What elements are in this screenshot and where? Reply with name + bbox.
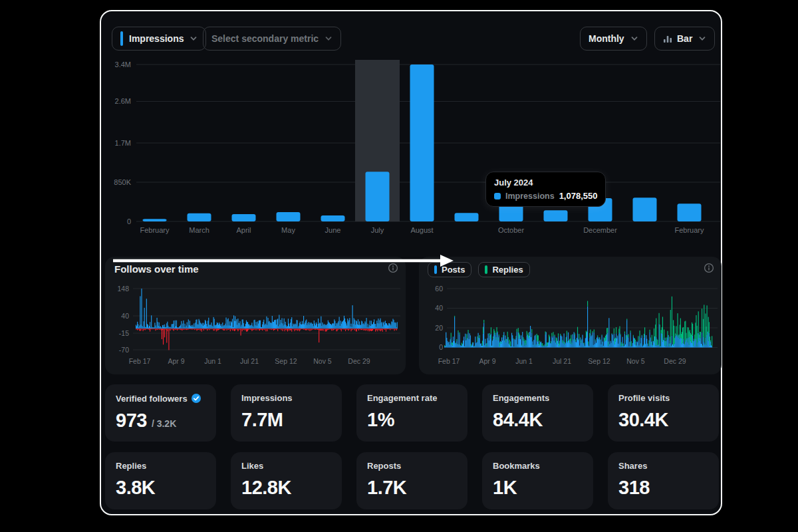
- svg-text:May: May: [281, 226, 295, 234]
- stat-card-replies: Replies3.8K: [105, 452, 216, 509]
- stat-label: Verified followers: [116, 394, 188, 404]
- primary-metric-label: Impressions: [129, 33, 184, 44]
- svg-text:Jul 21: Jul 21: [553, 357, 571, 365]
- stat-card-bookmarks: Bookmarks1K: [482, 452, 593, 509]
- svg-text:October: October: [498, 226, 524, 234]
- svg-text:February: February: [140, 226, 170, 234]
- svg-text:-70: -70: [119, 346, 129, 354]
- secondary-metric-selector[interactable]: Select secondary metric: [203, 27, 341, 51]
- stat-value: 1.7K: [367, 477, 406, 499]
- info-icon[interactable]: [704, 263, 714, 273]
- chevron-down-icon: [630, 35, 638, 43]
- secondary-metric-placeholder: Select secondary metric: [211, 33, 319, 44]
- stat-value: 30.4K: [618, 409, 668, 431]
- svg-text:40: 40: [435, 304, 443, 312]
- svg-text:April: April: [236, 226, 251, 234]
- svg-text:Jul 21: Jul 21: [240, 357, 259, 365]
- svg-text:148: 148: [117, 285, 129, 293]
- svg-text:3.4M: 3.4M: [115, 61, 131, 68]
- stat-value: 1%: [367, 409, 394, 431]
- chevron-down-icon: [190, 35, 198, 43]
- analytics-panel: Impressions Select secondary metric Mont…: [100, 10, 722, 515]
- stat-label: Engagement rate: [367, 393, 437, 403]
- legend: Posts Replies: [428, 262, 530, 277]
- svg-text:Feb 17: Feb 17: [438, 357, 460, 365]
- svg-text:40: 40: [121, 312, 129, 320]
- svg-text:December: December: [583, 226, 617, 234]
- tooltip-value: 1,078,550: [559, 191, 598, 201]
- info-icon[interactable]: [388, 263, 398, 273]
- legend-chip-replies[interactable]: Replies: [478, 262, 529, 277]
- stat-suffix: / 3.2K: [152, 418, 176, 429]
- stat-value: 12.8K: [241, 477, 291, 499]
- stat-value: 318: [618, 477, 650, 499]
- stat-value: 7.7M: [241, 409, 283, 431]
- chart-type-label: Bar: [677, 33, 692, 44]
- stat-label: Shares: [618, 461, 647, 471]
- stat-card-engagements: Engagements84.4K: [482, 384, 593, 442]
- svg-text:Jun 1: Jun 1: [204, 357, 221, 365]
- stat-value: 1K: [493, 477, 517, 499]
- follows-sparkline-chart[interactable]: 14840-15-70Feb 17Apr 9Jun 1Jul 21Sep 12N…: [109, 281, 402, 370]
- follows-card-title: Follows over time: [114, 263, 199, 275]
- svg-text:Dec 29: Dec 29: [348, 357, 370, 365]
- svg-text:Nov 5: Nov 5: [626, 357, 645, 365]
- follows-over-time-card: Follows over time 14840-15-70Feb 17Apr 9…: [105, 257, 406, 374]
- posts-replies-card: Posts Replies 6040200Feb 17Apr 9Jun 1Jul…: [419, 257, 722, 374]
- svg-text:July: July: [371, 226, 384, 234]
- impressions-bar-chart[interactable]: 0850K1.7M2.6M3.4MFebruaryMarchAprilMayJu…: [106, 59, 722, 241]
- legend-replies-label: Replies: [492, 265, 523, 275]
- tooltip-series-swatch: [494, 193, 501, 200]
- svg-text:60: 60: [435, 285, 443, 293]
- stat-card-likes: Likes12.8K: [231, 452, 342, 509]
- verified-badge-icon: [191, 393, 201, 404]
- stat-card-reposts: Reposts1.7K: [356, 452, 467, 509]
- chart-type-selector[interactable]: Bar: [654, 27, 715, 51]
- legend-chip-posts[interactable]: Posts: [428, 262, 471, 277]
- stat-value: 84.4K: [493, 409, 543, 431]
- stat-card-profile-visits: Profile visits30.4K: [608, 384, 719, 442]
- svg-text:-15: -15: [119, 329, 129, 337]
- svg-text:Nov 5: Nov 5: [313, 357, 332, 365]
- chevron-down-icon: [698, 35, 706, 43]
- period-selector[interactable]: Monthly: [580, 27, 647, 51]
- stat-label: Bookmarks: [493, 461, 540, 471]
- chart-tooltip: July 2024 Impressions 1,078,550: [485, 172, 606, 207]
- tooltip-title: July 2024: [494, 178, 597, 188]
- stat-card-shares: Shares318: [608, 452, 719, 509]
- stat-card-impressions: Impressions7.7M: [231, 384, 342, 442]
- stat-card-engagement-rate: Engagement rate1%: [356, 384, 467, 442]
- svg-text:August: August: [410, 226, 433, 234]
- svg-text:Apr 9: Apr 9: [168, 357, 184, 365]
- stat-label: Impressions: [241, 393, 293, 403]
- primary-metric-selector[interactable]: Impressions: [112, 27, 206, 51]
- stat-label: Likes: [241, 461, 263, 471]
- stat-label: Reposts: [367, 461, 401, 471]
- stat-card-verified-followers: Verified followers973/ 3.2K: [105, 384, 216, 442]
- svg-text:June: June: [325, 226, 341, 234]
- svg-text:Jun 1: Jun 1: [515, 357, 533, 365]
- posts-replies-sparkline-chart[interactable]: 6040200Feb 17Apr 9Jun 1Jul 21Sep 12Nov 5…: [423, 281, 720, 370]
- svg-text:20: 20: [435, 324, 443, 332]
- bar-chart-icon: [663, 34, 672, 43]
- replies-swatch: [485, 265, 487, 274]
- svg-text:1.7M: 1.7M: [115, 139, 131, 147]
- stat-label: Replies: [116, 461, 146, 471]
- stat-label: Engagements: [493, 393, 549, 403]
- chevron-down-icon: [325, 35, 332, 43]
- svg-text:2.6M: 2.6M: [115, 97, 131, 105]
- svg-text:March: March: [189, 226, 209, 234]
- svg-text:February: February: [674, 226, 704, 234]
- stat-value: 3.8K: [116, 477, 155, 499]
- posts-swatch: [434, 265, 437, 274]
- period-label: Monthly: [589, 33, 624, 44]
- svg-text:Apr 9: Apr 9: [479, 357, 495, 365]
- svg-text:Dec 29: Dec 29: [664, 357, 686, 365]
- legend-posts-label: Posts: [442, 265, 465, 275]
- svg-text:Sep 12: Sep 12: [588, 357, 610, 365]
- analytics-page: Impressions Select secondary metric Mont…: [0, 0, 798, 532]
- svg-text:Feb 17: Feb 17: [129, 357, 151, 365]
- stat-value: 973: [116, 410, 147, 432]
- svg-text:Sep 12: Sep 12: [275, 357, 297, 365]
- svg-text:0: 0: [127, 217, 131, 225]
